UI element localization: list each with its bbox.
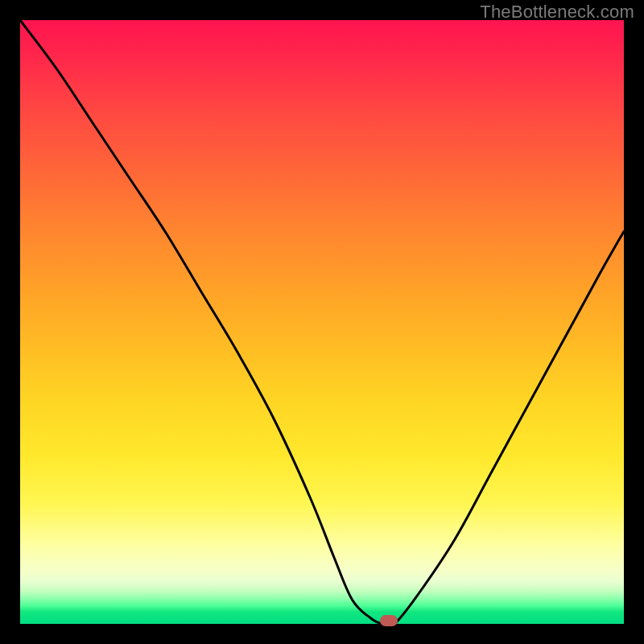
curve-layer — [20, 20, 624, 624]
chart-frame: TheBottleneck.com — [0, 0, 644, 644]
optimal-point-marker — [380, 615, 398, 626]
plot-area — [20, 20, 624, 624]
bottleneck-curve — [20, 20, 624, 626]
